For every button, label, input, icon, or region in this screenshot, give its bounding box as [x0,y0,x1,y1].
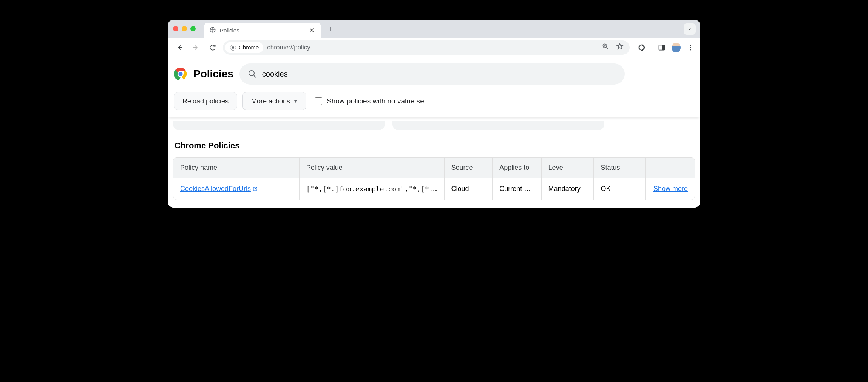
policy-search-bar[interactable] [239,63,625,85]
address-bar[interactable]: Chrome chrome://policy [223,40,630,55]
separator [652,43,652,52]
policy-search-input[interactable] [262,70,616,79]
tab-strip: Policies ✕ ＋ [168,20,700,38]
extensions-icon[interactable] [637,43,646,52]
globe-icon [209,26,216,34]
th-policy-name: Policy name [173,158,300,178]
more-actions-button[interactable]: More actions ▼ [242,92,306,110]
show-no-value-checkbox[interactable] [315,97,322,105]
kebab-icon [687,44,694,51]
policy-name-link[interactable]: CookiesAllowedForUrls [180,185,258,193]
svg-point-12 [249,71,254,76]
svg-point-2 [232,46,234,49]
svg-rect-5 [662,45,665,50]
menu-button[interactable] [686,43,695,52]
tabs-dropdown-button[interactable] [684,23,696,35]
show-no-value-label: Show policies with no value set [327,97,426,105]
search-icon [248,69,257,79]
browser-window: Policies ✕ ＋ Chrome chrome://policy [168,20,700,208]
policy-source-cell: Cloud [445,178,493,200]
more-actions-label: More actions [251,97,290,105]
browser-tab[interactable]: Policies ✕ [204,23,321,38]
back-button[interactable] [173,41,186,54]
page-header-sticky: Policies Reload policies More actions ▼ … [168,57,700,117]
section-title: Chrome Policies [173,141,695,151]
close-tab-button[interactable]: ✕ [307,26,316,35]
url-text: chrome://policy [267,44,596,51]
chrome-icon [230,44,236,51]
th-level: Level [542,158,594,178]
svg-point-7 [690,47,691,48]
th-source: Source [445,158,493,178]
arrow-right-icon [192,43,200,52]
avatar-icon [672,43,681,52]
minimize-window-button[interactable] [182,26,187,31]
browser-toolbar: Chrome chrome://policy [168,38,700,57]
th-applies: Applies to [493,158,541,178]
external-link-icon [252,186,258,192]
th-actions [646,158,695,178]
reload-policies-label: Reload policies [182,97,229,105]
chrome-logo-icon [174,67,187,81]
caret-down-icon: ▼ [293,99,298,104]
arrow-left-icon [175,43,184,52]
site-chip-label: Chrome [239,44,259,51]
th-status: Status [594,158,646,178]
chevron-down-icon [687,26,692,32]
bookmark-icon[interactable] [615,41,625,54]
policy-status-cell: OK [594,178,646,200]
reload-icon [209,44,216,51]
policy-applies-cell: Current … [493,178,541,200]
info-card [392,121,604,130]
zoom-icon[interactable] [600,41,611,54]
info-card [173,121,385,130]
reload-policies-button[interactable]: Reload policies [174,92,237,110]
policies-table: Policy name Policy value Source Applies … [173,157,695,200]
show-no-value-row[interactable]: Show policies with no value set [315,97,426,105]
policy-value-cell: ["*,[*.]foo.example.com","*,[*.… [300,178,445,200]
policy-row: CookiesAllowedForUrls ["*,[*.]foo.exampl… [173,178,695,200]
svg-point-8 [690,49,691,50]
new-tab-button[interactable]: ＋ [326,25,335,33]
policy-name-text: CookiesAllowedForUrls [180,185,251,193]
th-policy-value: Policy value [300,158,445,178]
policy-level-cell: Mandatory [542,178,594,200]
window-controls [173,26,196,31]
maximize-window-button[interactable] [190,26,196,31]
forward-button[interactable] [190,41,202,54]
page-content: Policies Reload policies More actions ▼ … [168,57,700,208]
show-more-link[interactable]: Show more [653,185,688,193]
svg-point-6 [690,45,691,46]
toolbar-icons [637,43,695,52]
reload-button[interactable] [206,41,219,54]
side-panel-icon[interactable] [657,43,666,52]
site-chip[interactable]: Chrome [225,42,263,53]
tab-title: Policies [220,27,304,34]
profile-avatar[interactable] [672,43,681,52]
page-title: Policies [193,68,233,80]
close-window-button[interactable] [173,26,178,31]
